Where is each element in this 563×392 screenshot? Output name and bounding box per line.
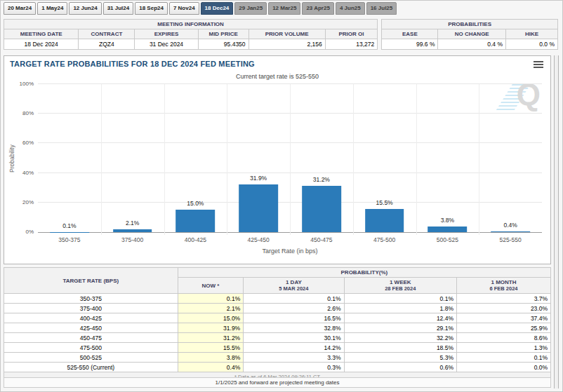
projected-dates-note: 1/1/2025 and forward are projected meeti… bbox=[4, 377, 551, 388]
col-header-prior-oi: PRIOR OI bbox=[325, 29, 378, 39]
rate-range-cell: 450-475 bbox=[4, 333, 178, 343]
probability-chart-panel: TARGET RATE PROBABILITIES FOR 18 DEC 202… bbox=[4, 55, 551, 264]
col-header-hike: HIKE bbox=[506, 29, 558, 39]
one-week-probability-cell: 0.6% bbox=[344, 363, 456, 372]
plot-area: 0%20%40%60%80%100% 0.1%2.1%15.0%31.9%31.… bbox=[38, 84, 542, 233]
now-probability-cell: 2.1% bbox=[178, 304, 243, 313]
one-month-probability-cell: 0.0% bbox=[456, 363, 550, 372]
x-axis-title: Target Rate (in bps) bbox=[38, 248, 542, 255]
tab-12-jun24[interactable]: 12 Jun24 bbox=[69, 2, 101, 15]
rate-range-cell: 375-400 bbox=[4, 304, 178, 313]
x-tick-label: 425-450 bbox=[227, 236, 290, 243]
bar-cell-400-425: 15.0% bbox=[164, 84, 227, 232]
table-row: 475-50015.5%14.2%18.5%1.3% bbox=[4, 343, 551, 353]
tab-16-jul25[interactable]: 16 Jul25 bbox=[366, 2, 397, 15]
one-week-probability-cell: 29.1% bbox=[344, 323, 456, 333]
one-month-probability-cell: 37.4% bbox=[456, 313, 550, 323]
now-probability-cell: 3.8% bbox=[178, 353, 243, 363]
bar-value-label: 15.5% bbox=[353, 199, 416, 206]
meeting-date-value: 18 Dec 2024 bbox=[4, 39, 79, 50]
one-week-probability-cell: 5.3% bbox=[344, 353, 456, 363]
tab-18-sep24[interactable]: 18 Sep24 bbox=[135, 2, 168, 15]
meeting-tab-bar: 20 Mar241 May2412 Jun2431 Jul2418 Sep247… bbox=[4, 2, 397, 15]
one-month-probability-cell: 0.1% bbox=[456, 353, 550, 363]
tab-31-jul24[interactable]: 31 Jul24 bbox=[103, 2, 134, 15]
bar-525-550[interactable] bbox=[491, 231, 530, 232]
table-row: 425-45031.9%32.8%29.1%25.9% bbox=[4, 323, 551, 333]
x-tick-label: 375-400 bbox=[101, 236, 164, 243]
one-day-probability-cell: 30.1% bbox=[244, 333, 344, 343]
table-row: 525-550 (Current)0.4%0.3%0.6%0.0% bbox=[4, 363, 551, 372]
bar-cell-475-500: 15.5% bbox=[353, 84, 416, 232]
one-day-probability-cell: 0.3% bbox=[244, 363, 344, 372]
bar-475-500[interactable] bbox=[365, 209, 404, 232]
one-day-probability-cell: 0.1% bbox=[244, 294, 344, 304]
table-row: 400-42515.0%16.5%12.4%37.4% bbox=[4, 313, 551, 323]
y-tick-label: 80% bbox=[8, 110, 34, 116]
one-month-probability-cell: 1.3% bbox=[456, 343, 550, 353]
prior-volume-value: 2,156 bbox=[249, 39, 325, 50]
y-tick-label: 40% bbox=[8, 170, 34, 176]
bar-400-425[interactable] bbox=[176, 210, 216, 232]
probability-table-panel: TARGET RATE (BPS) PROBABILITY(%) NOW * 1… bbox=[4, 267, 551, 381]
col-header-target-rate: TARGET RATE (BPS) bbox=[4, 268, 178, 294]
bar-value-label: 3.8% bbox=[416, 217, 479, 224]
one-month-probability-cell: 8.6% bbox=[456, 333, 550, 343]
tab-29-jan25[interactable]: 29 Jan25 bbox=[234, 2, 267, 15]
bar-375-400[interactable] bbox=[113, 229, 152, 232]
col-header-no-change: NO CHANGE bbox=[438, 29, 506, 39]
prior-oi-value: 13,272 bbox=[325, 39, 378, 50]
tab-4-jun25[interactable]: 4 Jun25 bbox=[336, 2, 365, 15]
bar-500-525[interactable] bbox=[428, 227, 468, 232]
col-header-1-week: 1 WEEK28 FEB 2024 bbox=[344, 278, 456, 294]
tab-12-mar25[interactable]: 12 Mar25 bbox=[268, 2, 300, 15]
meeting-information-title: MEETING INFORMATION bbox=[4, 20, 378, 29]
bar-425-450[interactable] bbox=[239, 184, 278, 232]
table-row: 500-5253.8%3.3%5.3%0.1% bbox=[4, 353, 551, 363]
bar-value-label: 31.2% bbox=[290, 176, 353, 183]
tab-23-apr25[interactable]: 23 Apr25 bbox=[302, 2, 334, 15]
chart-context-menu-icon[interactable] bbox=[534, 61, 543, 69]
y-axis-title: Probability bbox=[8, 84, 15, 233]
one-week-probability-cell: 12.4% bbox=[344, 313, 456, 323]
bar-cell-425-450: 31.9% bbox=[227, 84, 290, 232]
bar-450-475[interactable] bbox=[302, 186, 341, 232]
now-probability-cell: 31.2% bbox=[178, 333, 243, 343]
table-row: 450-47531.2%30.1%32.2%8.6% bbox=[4, 333, 551, 343]
x-tick-label: 475-500 bbox=[353, 236, 416, 243]
one-month-probability-cell: 3.7% bbox=[456, 294, 550, 304]
col-header-expires: EXPIRES bbox=[135, 29, 198, 39]
now-probability-cell: 15.5% bbox=[178, 343, 243, 353]
expires-value: 31 Dec 2024 bbox=[135, 39, 198, 50]
one-week-probability-cell: 0.1% bbox=[344, 294, 456, 304]
rate-range-cell: 500-525 bbox=[4, 353, 178, 363]
scrollbar-track[interactable] bbox=[554, 55, 559, 388]
one-month-probability-cell: 25.9% bbox=[456, 323, 550, 333]
probabilities-panel: PROBABILITIES EASE NO CHANGE HIKE 99.6 %… bbox=[381, 19, 558, 50]
mid-price-value: 95.4350 bbox=[198, 39, 249, 50]
col-header-ease: EASE bbox=[382, 29, 438, 39]
y-tick-label: 100% bbox=[8, 81, 34, 87]
x-axis-labels: 350-375375-400400-425425-450450-475475-5… bbox=[38, 236, 542, 243]
rate-range-cell: 425-450 bbox=[4, 323, 178, 333]
contract-value: ZQZ4 bbox=[79, 39, 135, 50]
tab-1-may24[interactable]: 1 May24 bbox=[37, 2, 67, 15]
now-probability-cell: 15.0% bbox=[178, 313, 243, 323]
tab-7-nov24[interactable]: 7 Nov24 bbox=[169, 2, 199, 15]
col-header-1-month: 1 MONTH6 FEB 2024 bbox=[456, 278, 550, 294]
group-header-probability: PROBABILITY(%) bbox=[178, 268, 550, 278]
bar-value-label: 0.4% bbox=[479, 222, 542, 229]
hike-value: 0.0 % bbox=[506, 39, 558, 50]
tab-18-dec24[interactable]: 18 Dec24 bbox=[201, 2, 234, 15]
x-tick-label: 450-475 bbox=[290, 236, 353, 243]
meeting-info-row: MEETING INFORMATION MEETING DATE CONTRAC… bbox=[4, 19, 558, 50]
one-day-probability-cell: 16.5% bbox=[244, 313, 344, 323]
bar-value-label: 0.1% bbox=[38, 222, 101, 229]
bar-cell-525-550: 0.4% bbox=[479, 84, 542, 232]
one-day-probability-cell: 2.6% bbox=[244, 304, 344, 313]
one-week-probability-cell: 18.5% bbox=[344, 343, 456, 353]
bar-cell-450-475: 31.2% bbox=[290, 84, 353, 232]
table-row: 375-4002.1%2.6%1.8%23.0% bbox=[4, 304, 551, 313]
tab-20-mar24[interactable]: 20 Mar24 bbox=[4, 2, 36, 15]
one-week-probability-cell: 32.2% bbox=[344, 333, 456, 343]
